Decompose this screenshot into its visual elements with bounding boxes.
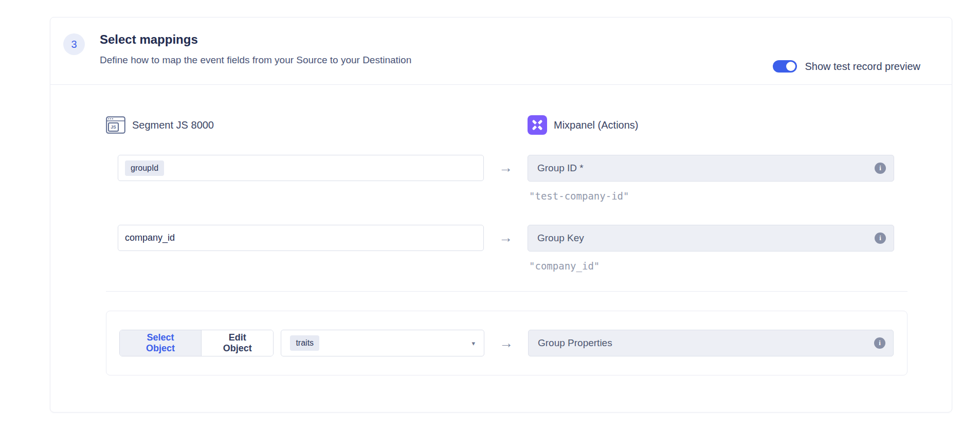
section-divider	[106, 291, 908, 292]
toggle-label: Show test record preview	[805, 61, 920, 73]
destination-field-label: Group Properties	[538, 337, 612, 349]
destination-field-label: Group ID *	[537, 163, 584, 174]
destination-field: Group ID * i	[528, 155, 894, 182]
object-mode-segmented-control: Select Object Edit Object	[119, 330, 274, 356]
test-record-preview-value: "test-company-id"	[529, 190, 908, 202]
select-mappings-card: 3 Select mappings Define how to map the …	[50, 17, 952, 413]
show-test-record-preview-toggle[interactable]	[773, 60, 797, 73]
test-preview-toggle-group: Show test record preview	[773, 60, 920, 73]
dropdown-selected-token: traits	[290, 335, 319, 351]
test-record-preview-value: "company_id"	[529, 260, 908, 272]
card-header: 3 Select mappings Define how to map the …	[50, 17, 952, 85]
destination-field-label: Group Key	[537, 232, 584, 244]
mapping-row: groupId → Group ID * i "test-company-id"	[106, 155, 908, 202]
source-icon-js-label: JS	[111, 124, 116, 130]
object-mapping-box: Select Object Edit Object traits ▾ → Gro…	[106, 311, 908, 375]
page-title: Select mappings	[100, 32, 411, 47]
select-object-button[interactable]: Select Object	[120, 330, 202, 356]
arrow-right-icon: →	[499, 336, 513, 350]
mixpanel-icon	[528, 115, 547, 135]
source-field-token[interactable]: groupId	[125, 160, 164, 176]
info-icon[interactable]: i	[874, 337, 885, 349]
toggle-knob-icon	[786, 62, 795, 71]
destination-endpoint: Mixpanel (Actions)	[528, 115, 908, 135]
endpoint-header-row: JS Segment JS 8000	[106, 115, 908, 135]
destination-name: Mixpanel (Actions)	[554, 119, 639, 131]
object-source-dropdown[interactable]: traits ▾	[281, 330, 484, 356]
mappings-body: JS Segment JS 8000	[50, 115, 952, 375]
page-subtitle: Define how to map the event fields from …	[100, 55, 411, 66]
arrow-right-icon: →	[499, 225, 513, 245]
source-field-text: company_id	[125, 232, 175, 243]
info-icon[interactable]: i	[875, 232, 886, 244]
mapping-row: company_id → Group Key i "company_id"	[106, 225, 908, 272]
destination-field: Group Properties i	[528, 330, 894, 356]
source-name: Segment JS 8000	[132, 119, 214, 131]
step-number-badge: 3	[63, 33, 85, 55]
source-endpoint: JS Segment JS 8000	[106, 116, 484, 134]
source-field-input[interactable]: groupId	[118, 155, 484, 181]
edit-object-button[interactable]: Edit Object	[202, 330, 273, 356]
info-icon[interactable]: i	[875, 163, 886, 174]
destination-field: Group Key i	[528, 225, 894, 252]
source-browser-js-icon: JS	[106, 116, 125, 134]
header-text: Select mappings Define how to map the ev…	[100, 32, 411, 66]
source-field-input[interactable]: company_id	[118, 225, 484, 251]
object-mapping-row: Select Object Edit Object traits ▾ → Gro…	[106, 330, 907, 356]
chevron-down-icon: ▾	[471, 339, 475, 347]
arrow-right-icon: →	[499, 155, 513, 175]
